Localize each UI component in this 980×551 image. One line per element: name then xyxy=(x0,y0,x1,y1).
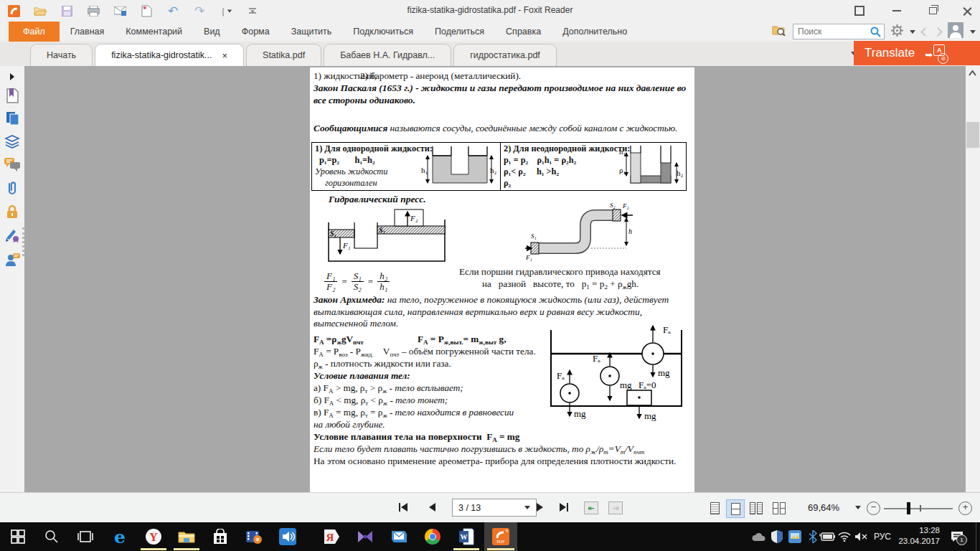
tab-fizika-statika-gidrostatika[interactable]: fizika-statika-gidrostatik... × xyxy=(95,44,244,66)
expand-arrow-icon[interactable] xyxy=(4,69,21,85)
volume-app-icon[interactable] xyxy=(279,528,296,545)
search-box[interactable] xyxy=(793,24,885,39)
prev-view-icon[interactable]: ⇤ xyxy=(584,501,598,514)
menu-share[interactable]: Поделиться xyxy=(424,22,495,42)
folder-search-icon[interactable] xyxy=(772,24,786,39)
next-view-icon[interactable]: ⇥ xyxy=(608,501,623,514)
facing-page-icon[interactable] xyxy=(748,499,765,517)
onedrive-icon[interactable] xyxy=(750,528,768,545)
defender-icon[interactable] xyxy=(768,528,786,545)
task-view-icon[interactable] xyxy=(77,528,94,545)
scroll-up-icon[interactable] xyxy=(969,69,977,77)
edge-icon[interactable]: e xyxy=(111,528,128,545)
single-page-icon[interactable] xyxy=(706,499,723,517)
account-icon[interactable] xyxy=(948,22,963,41)
fullscreen-icon[interactable] xyxy=(854,5,865,17)
vertical-scrollbar[interactable] xyxy=(966,66,980,492)
close-tab-icon[interactable]: × xyxy=(222,51,227,60)
redo-icon[interactable]: ↷ xyxy=(193,4,206,17)
chrome-icon[interactable] xyxy=(424,528,441,545)
scrollbar-thumb[interactable] xyxy=(966,122,979,148)
zoom-in-button[interactable]: + xyxy=(958,501,972,515)
page-thumbnails-icon[interactable] xyxy=(4,110,21,126)
security-icon[interactable] xyxy=(4,204,21,220)
zoom-out-button[interactable]: − xyxy=(867,501,880,515)
battery-icon[interactable] xyxy=(819,528,836,545)
file-explorer-icon[interactable] xyxy=(178,528,195,545)
layers-icon[interactable] xyxy=(4,133,21,149)
open-file-icon[interactable] xyxy=(34,4,47,17)
tab-gidrostatika[interactable]: гидростатика.pdf xyxy=(453,44,557,66)
zoom-slider-track[interactable] xyxy=(884,508,953,509)
attachments-icon[interactable] xyxy=(4,180,21,196)
undo-icon[interactable]: ↶ xyxy=(166,4,179,17)
close-icon[interactable] xyxy=(961,5,973,17)
running-indicator xyxy=(141,548,166,550)
menu-extra[interactable]: Дополнительно xyxy=(552,22,638,42)
gear-icon[interactable] xyxy=(891,24,903,39)
shared-review-icon[interactable] xyxy=(4,252,21,268)
mail-icon[interactable] xyxy=(390,528,407,545)
next-page-icon[interactable] xyxy=(537,503,543,512)
tab-babaev[interactable]: Бабаев Н.А. Гидравл... xyxy=(324,44,451,66)
tab-start[interactable]: Начать xyxy=(30,44,93,66)
minimize-icon[interactable] xyxy=(891,5,903,17)
comments-icon[interactable] xyxy=(4,156,21,172)
zoom-value[interactable]: 69,64% xyxy=(808,502,839,513)
pdf-page[interactable]: 1) жидкостный; 2) барометр - анероид (ме… xyxy=(310,67,694,492)
email-icon[interactable] xyxy=(113,4,126,17)
page-number-field[interactable]: 3 / 13 xyxy=(452,499,537,517)
back-icon[interactable] xyxy=(920,27,930,37)
print-icon[interactable] xyxy=(87,4,100,17)
account-caret[interactable] xyxy=(970,30,976,34)
zoom-slider-thumb[interactable] xyxy=(907,502,910,514)
word-icon[interactable]: W xyxy=(458,528,475,545)
hand-tool-icon[interactable] xyxy=(220,4,232,17)
menu-help[interactable]: Справка xyxy=(495,22,552,42)
language-indicator[interactable]: РУС xyxy=(871,528,894,545)
menu-comment[interactable]: Комментарий xyxy=(115,22,193,42)
menu-file[interactable]: Файл xyxy=(9,22,60,42)
yandex-icon[interactable]: Я xyxy=(323,528,340,545)
menu-protect[interactable]: Защитить xyxy=(281,22,343,42)
menu-form[interactable]: Форма xyxy=(231,22,281,42)
search-icon[interactable] xyxy=(870,27,881,37)
menu-home[interactable]: Главная xyxy=(60,22,116,42)
save-icon[interactable] xyxy=(60,4,73,17)
translate-button[interactable]: Translate A ➥ ⊘ xyxy=(854,41,980,65)
tab-statika[interactable]: Statika.pdf xyxy=(246,44,321,66)
forward-icon[interactable] xyxy=(933,27,943,37)
display-app-icon[interactable] xyxy=(786,528,804,545)
kmplayer-icon[interactable] xyxy=(357,528,374,545)
bookmarks-icon[interactable] xyxy=(4,88,21,103)
zoom-caret[interactable] xyxy=(855,506,861,509)
taskbar-search-icon[interactable] xyxy=(43,528,60,545)
continuous-facing-icon[interactable] xyxy=(771,499,788,517)
gear-caret[interactable] xyxy=(910,30,915,34)
foxit-logo[interactable] xyxy=(7,4,20,17)
create-pdf-icon[interactable]: * xyxy=(140,4,153,17)
prev-page-icon[interactable] xyxy=(429,503,435,512)
continuous-page-icon[interactable] xyxy=(726,499,745,518)
volume-muted-icon[interactable] xyxy=(852,528,870,545)
notification-center-icon[interactable]: 1 xyxy=(948,528,966,545)
document-pane[interactable]: 1) жидкостный; 2) барометр - анероид (ме… xyxy=(24,66,966,492)
start-button[interactable] xyxy=(9,528,27,545)
restore-icon[interactable] xyxy=(927,5,938,17)
first-page-icon[interactable] xyxy=(399,503,407,512)
last-page-icon[interactable] xyxy=(560,503,568,512)
search-input[interactable] xyxy=(796,26,870,37)
wifi-icon[interactable] xyxy=(836,528,853,545)
customize-toolbar-icon[interactable] xyxy=(246,4,259,17)
hand-tool-caret[interactable] xyxy=(227,9,232,12)
foxit-reader-icon[interactable]: PDF xyxy=(492,528,509,545)
movie-app-icon[interactable] xyxy=(245,528,263,545)
page-field-caret[interactable] xyxy=(524,506,530,509)
menu-connect[interactable]: Подключиться xyxy=(342,22,424,42)
show-desktop-button[interactable] xyxy=(976,522,980,551)
taskbar-clock[interactable]: 13:28 23.04.2017 xyxy=(895,525,940,547)
signature-icon[interactable] xyxy=(4,227,21,243)
menu-view[interactable]: Вид xyxy=(193,22,231,42)
store-icon[interactable] xyxy=(212,528,229,545)
yandex-browser-icon[interactable]: Y xyxy=(145,528,162,545)
